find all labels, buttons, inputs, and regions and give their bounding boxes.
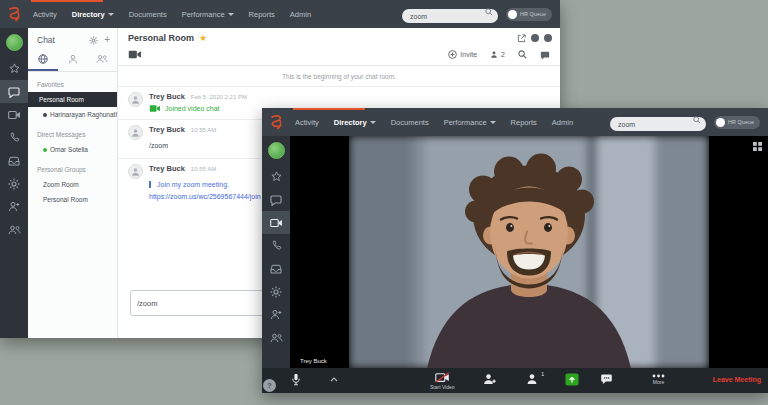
- info-button[interactable]: [544, 34, 552, 42]
- start-video-button[interactable]: Start Video: [430, 372, 455, 390]
- rail-favorites-button[interactable]: [262, 165, 290, 188]
- tray-icon: [8, 156, 20, 166]
- toggle-label: HR Queue: [520, 11, 546, 17]
- presence-online-dot: [43, 148, 47, 152]
- gallery-view-icon[interactable]: [753, 142, 762, 151]
- rail-settings-button[interactable]: [0, 172, 28, 195]
- toggle-knob-icon: [716, 118, 725, 127]
- nav-item-activity[interactable]: Activity: [33, 10, 57, 19]
- help-bubble-button[interactable]: ?: [263, 379, 276, 392]
- leave-meeting-button[interactable]: Leave Meeting: [713, 376, 761, 383]
- brand-logo[interactable]: [262, 108, 290, 136]
- search-icon: [518, 50, 527, 59]
- phone-icon: [9, 132, 20, 143]
- nav-item-performance[interactable]: Performance: [444, 118, 496, 127]
- app-rail: [262, 136, 290, 393]
- sidebar-item-personal-room[interactable]: Personal Room: [28, 92, 117, 107]
- presence-dot: [43, 113, 47, 117]
- nav-item-reports[interactable]: Reports: [511, 118, 537, 127]
- gear-icon: [8, 178, 20, 190]
- video-meeting-window: Activity Directory Documents Performance…: [262, 108, 768, 393]
- avatar: [128, 92, 143, 107]
- chevron-up-icon: [330, 377, 338, 382]
- nav-item-documents[interactable]: Documents: [129, 10, 167, 19]
- rail-video-button[interactable]: [0, 103, 28, 126]
- nav-item-performance[interactable]: Performance: [182, 10, 234, 19]
- meeting-control-bar: Start Video 1 More Leave Meeting: [262, 368, 768, 393]
- chevron-down-icon: [370, 121, 376, 124]
- rail-video-button[interactable]: [262, 211, 290, 234]
- search-box: [402, 5, 498, 24]
- rail-groups-button[interactable]: [262, 326, 290, 349]
- avatar: [128, 125, 143, 140]
- nav-item-reports[interactable]: Reports: [249, 10, 275, 19]
- tab-groups[interactable]: [87, 50, 117, 71]
- open-external-icon[interactable]: [517, 34, 526, 43]
- members-button[interactable]: 2: [490, 50, 505, 59]
- meeting-chat-button[interactable]: [600, 373, 613, 385]
- sidebar-item-zoom-room[interactable]: Zoom Room: [28, 177, 117, 192]
- share-screen-button[interactable]: [565, 373, 579, 386]
- top-navbar: Activity Directory Documents Performance…: [262, 108, 768, 136]
- nav-item-documents[interactable]: Documents: [391, 118, 429, 127]
- rail-add-contact-button[interactable]: [262, 303, 290, 326]
- search-icon[interactable]: [693, 116, 701, 124]
- nav-item-directory[interactable]: Directory: [72, 10, 114, 19]
- rail-favorites-button[interactable]: [0, 57, 28, 80]
- mode-toggle[interactable]: HR Queue: [506, 8, 552, 21]
- more-options-button[interactable]: More: [652, 374, 665, 385]
- rail-chat-button[interactable]: [262, 188, 290, 211]
- rail-chat-button[interactable]: [0, 80, 28, 103]
- video-stage: Trey Buck: [290, 136, 768, 368]
- rail-inbox-button[interactable]: [0, 149, 28, 172]
- invite-participant-button[interactable]: [483, 373, 496, 385]
- tab-contacts[interactable]: [58, 50, 88, 71]
- nav-item-admin[interactable]: Admin: [290, 10, 311, 19]
- globe-icon: [38, 54, 48, 64]
- rail-phone-button[interactable]: [262, 234, 290, 257]
- rail-inbox-button[interactable]: [262, 257, 290, 280]
- groups-section-label: Personal Groups: [28, 157, 117, 177]
- gear-icon[interactable]: [89, 36, 98, 45]
- search-input[interactable]: [402, 9, 498, 23]
- person-icon: [131, 128, 140, 137]
- sidebar-item-dm[interactable]: Omar Sotella: [28, 142, 117, 157]
- person-add-icon: [8, 201, 20, 212]
- avatar: [128, 164, 143, 179]
- brand-logo[interactable]: [0, 0, 28, 28]
- channel-chat-button[interactable]: [540, 50, 550, 60]
- rail-settings-button[interactable]: [262, 280, 290, 303]
- avatar[interactable]: [268, 142, 285, 159]
- chat-icon: [540, 50, 550, 60]
- nav-item-activity[interactable]: Activity: [295, 118, 319, 127]
- rail-add-contact-button[interactable]: [0, 195, 28, 218]
- mic-options-button[interactable]: [330, 377, 338, 382]
- avatar[interactable]: [6, 34, 23, 51]
- search-icon[interactable]: [485, 8, 493, 16]
- chat-icon: [8, 86, 20, 98]
- sidebar-item-contact[interactable]: Harinarayan Raghunathan: [28, 107, 117, 122]
- mode-toggle[interactable]: HR Queue: [714, 116, 760, 129]
- search-input[interactable]: [610, 117, 706, 131]
- nav-menu: Activity Directory Documents Performance…: [295, 118, 573, 127]
- rail-groups-button[interactable]: [0, 218, 28, 241]
- person-icon: [68, 54, 78, 64]
- nav-item-admin[interactable]: Admin: [552, 118, 573, 127]
- help-button[interactable]: [531, 34, 539, 42]
- nav-item-directory[interactable]: Directory: [334, 118, 376, 127]
- sidebar-item-personal-room-group[interactable]: Personal Room: [28, 192, 117, 207]
- invite-button[interactable]: Invite: [448, 50, 477, 59]
- mute-button[interactable]: [292, 373, 300, 386]
- person-icon: [131, 167, 140, 176]
- add-chat-button[interactable]: +: [104, 36, 110, 44]
- participants-button[interactable]: 1: [526, 373, 539, 385]
- favorite-star-icon[interactable]: ★: [199, 33, 207, 43]
- person-add-icon: [483, 373, 496, 385]
- star-icon: [9, 63, 20, 74]
- nav-menu: Activity Directory Documents Performance…: [33, 10, 311, 19]
- start-video-chat-icon[interactable]: [128, 49, 142, 60]
- rail-phone-button[interactable]: [0, 126, 28, 149]
- channel-search-button[interactable]: [518, 50, 527, 59]
- people-icon: [270, 333, 283, 343]
- tab-recent-chats[interactable]: [28, 50, 58, 71]
